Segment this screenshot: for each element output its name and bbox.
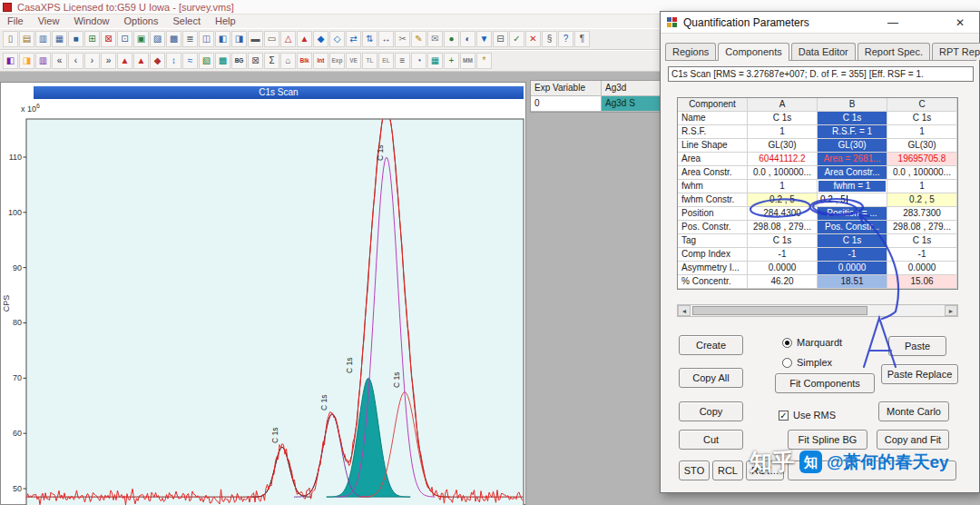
table-cell[interactable]: 0.0000 (748, 262, 818, 275)
tab-data-editor[interactable]: Data Editor (791, 43, 856, 60)
toolbar-icon[interactable]: ▭ (264, 31, 279, 47)
ag3d-scan-cell[interactable]: Ag3d S (602, 96, 661, 112)
toolbar-icon[interactable]: ◧ (3, 53, 18, 69)
toolbar-icon[interactable]: MM (460, 53, 475, 69)
fit-components-button[interactable]: Fit Components (775, 373, 875, 393)
scroll-left-arrow[interactable]: ◄ (678, 305, 691, 316)
toolbar-icon[interactable]: Int (313, 53, 328, 69)
table-cell[interactable]: 0.0 , 100000... (887, 166, 957, 180)
dialog-title-bar[interactable]: Quantification Parameters — ✕ (661, 12, 979, 34)
toolbar-icon[interactable]: › (84, 53, 100, 69)
toolbar-icon[interactable]: ◇ (329, 31, 345, 47)
toolbar-icon[interactable]: ↕ (166, 53, 181, 69)
close-button[interactable]: ✕ (946, 14, 974, 32)
table-cell[interactable]: GL(30) (748, 139, 818, 153)
toolbar-icon[interactable]: + (444, 53, 459, 69)
toolbar-icon[interactable]: ◆ (150, 53, 165, 69)
toolbar-icon[interactable]: ◧ (215, 31, 230, 47)
table-cell[interactable]: Area = 2681... (818, 153, 887, 166)
toolbar-icon[interactable]: ✓ (509, 31, 524, 47)
toolbar-icon[interactable]: ‹ (68, 53, 83, 69)
marquardt-radio[interactable]: Marquardt (782, 337, 842, 348)
toolbar-icon[interactable]: ● (444, 31, 459, 47)
toolbar-icon[interactable]: ◨ (231, 31, 247, 47)
toolbar-icon[interactable]: ⊞ (84, 31, 100, 47)
obscured-bottom-button[interactable] (788, 460, 956, 480)
toolbar-icon[interactable]: ▲ (117, 53, 132, 69)
toolbar-icon[interactable]: ⇅ (362, 31, 377, 47)
table-cell[interactable]: C 1s (818, 112, 887, 125)
toolbar-icon[interactable]: ▲ (133, 53, 149, 69)
table-cell[interactable]: Position = ... (818, 207, 887, 221)
table-header[interactable]: A (748, 98, 818, 112)
table-cell[interactable]: -1 (887, 248, 957, 262)
table-cell[interactable]: 1 (748, 180, 818, 193)
rcl-button[interactable]: RCL (712, 460, 743, 480)
table-cell[interactable]: 1 (887, 180, 957, 193)
table-cell[interactable]: 46.20 (748, 275, 818, 289)
copy-button[interactable]: Copy (679, 401, 743, 421)
toolbar-icon[interactable]: ▦ (52, 31, 67, 47)
table-cell[interactable]: 0.0000 (818, 262, 887, 275)
menu-item-help[interactable]: Help (208, 15, 243, 28)
toolbar-icon[interactable]: ▦ (427, 53, 443, 69)
component-formula-field[interactable]: C1s Scan [RMS = 3.27687e+007; D. of F. =… (668, 66, 974, 82)
scroll-right-arrow[interactable]: ► (945, 305, 957, 316)
toolbar-icon[interactable]: ✕ (525, 31, 541, 47)
table-cell[interactable]: 0.2 , 5 (748, 193, 818, 207)
menu-item-file[interactable]: File (0, 15, 31, 28)
toolbar-icon[interactable]: Blk (297, 53, 312, 69)
toolbar-icon[interactable]: ◫ (199, 31, 214, 47)
table-cell[interactable]: 0.2 , 5 (887, 193, 957, 207)
menu-item-options[interactable]: Options (117, 15, 166, 28)
toolbar-icon[interactable]: ▯ (3, 31, 18, 47)
toolbar-icon[interactable]: ▬ (248, 31, 263, 47)
toolbar-icon[interactable]: VE (346, 53, 361, 69)
table-cell[interactable]: Pos. Constr... (818, 221, 887, 234)
use-rms-checkbox[interactable]: ✓ Use RMS (779, 410, 836, 421)
toolbar-icon[interactable]: » (101, 53, 116, 69)
table-cell[interactable]: Area Constr... (818, 166, 887, 180)
table-cell[interactable]: fwhm = 1 (818, 180, 887, 193)
toolbar-icon[interactable]: ◨ (19, 53, 34, 69)
toolbar-icon[interactable]: ▥ (35, 31, 51, 47)
paste-replace-button[interactable]: Paste Replace (881, 364, 958, 384)
toolbar-icon[interactable]: ■ (68, 31, 83, 47)
toolbar-icon[interactable]: ? (558, 31, 573, 47)
toolbar-icon[interactable]: ✂ (395, 31, 410, 47)
toolbar-icon[interactable]: ⊟ (493, 31, 508, 47)
menu-item-window[interactable]: Window (66, 15, 116, 28)
toolbar-icon[interactable]: ▨ (150, 31, 165, 47)
table-cell[interactable]: 0.2 , 5 (818, 193, 887, 207)
toolbar-icon[interactable]: ▼ (476, 31, 492, 47)
toolbar-icon[interactable]: § (542, 31, 557, 47)
toolbar-icon[interactable]: ≣ (182, 31, 198, 47)
toolbar-icon[interactable]: ≡ (395, 53, 410, 69)
table-cell[interactable]: 18.51 (818, 275, 887, 289)
sto-button[interactable]: STO (679, 460, 710, 480)
toolbar-icon[interactable]: ≈ (182, 53, 198, 69)
toolbar-icon[interactable]: ⊠ (248, 53, 263, 69)
toolbar-icon[interactable]: * (476, 53, 492, 69)
fit-spline-bg-button[interactable]: Fit Spline BG (788, 430, 867, 450)
toolbar-icon[interactable]: Σ (264, 53, 279, 69)
toolbar-icon[interactable]: ◐ (460, 31, 475, 47)
table-cell[interactable]: 283.7300 (887, 207, 957, 221)
toolbar-icon[interactable]: ▩ (166, 31, 181, 47)
table-cell[interactable]: C 1s (748, 234, 818, 248)
table-horizontal-scrollbar[interactable]: ◄ ► (677, 304, 958, 317)
table-cell[interactable]: 19695705.8 (887, 153, 957, 166)
table-cell[interactable]: C 1s (818, 234, 887, 248)
spectrum-window[interactable]: C1s Scan x 106 CPS 1101009080706050C 1sC… (0, 82, 526, 505)
toolbar-icon[interactable]: BG (231, 53, 247, 69)
toolbar-icon[interactable]: EL (378, 53, 394, 69)
toolbar-icon[interactable]: ⊠ (101, 31, 116, 47)
ag3d-header[interactable]: Ag3d (602, 81, 661, 96)
scrollbar-thumb[interactable] (692, 306, 867, 315)
spectrum-plot[interactable]: 1101009080706050C 1sC 1sC 1sC 1sC 1s (1, 101, 527, 505)
chart-title-bar[interactable]: C1s Scan (34, 86, 524, 99)
toolbar-icon[interactable]: TL (362, 53, 377, 69)
menu-item-view[interactable]: View (31, 15, 67, 28)
toolbar-icon[interactable]: △ (280, 31, 296, 47)
table-cell[interactable]: 15.06 (887, 275, 957, 289)
